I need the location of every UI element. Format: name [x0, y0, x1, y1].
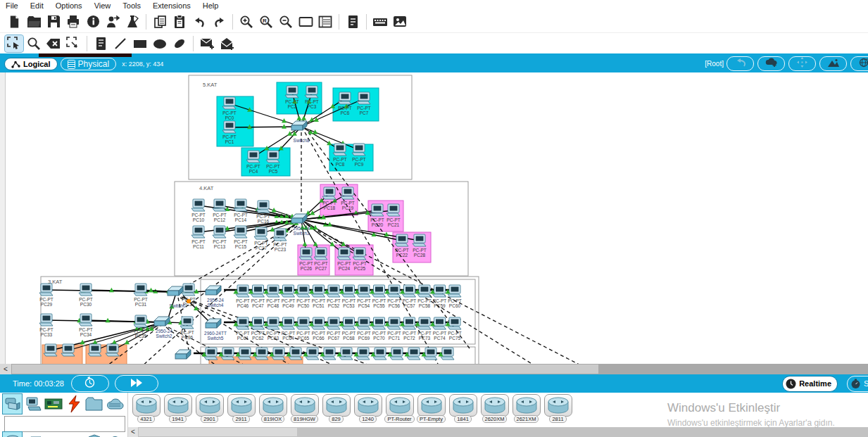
menu-file[interactable]: File: [6, 1, 18, 10]
save-file-button[interactable]: [44, 13, 63, 30]
device-PC74[interactable]: PC-PTPC74: [433, 317, 447, 341]
palette-scroll-left[interactable]: <: [128, 427, 138, 437]
undo-button[interactable]: [190, 13, 208, 30]
device-pc[interactable]: [255, 348, 268, 360]
device-PC19[interactable]: PC-PTPC19: [341, 187, 355, 210]
rectangle-tool-button[interactable]: [131, 35, 149, 52]
palette-device-819HGW[interactable]: 819HGW: [291, 394, 318, 423]
user-profile-button[interactable]: [103, 13, 122, 30]
device-PC53[interactable]: PC-PTPC53: [342, 285, 356, 308]
device-PC13[interactable]: PC-PTPC13: [213, 226, 227, 249]
device-PC70[interactable]: PC-PTPC70: [372, 317, 386, 341]
device-PC65[interactable]: PC-PTPC65: [296, 317, 310, 341]
palette-device-4321[interactable]: 4321: [132, 394, 160, 423]
resize-tool-button[interactable]: [64, 35, 82, 52]
subcategory-wireless[interactable]: [64, 432, 83, 437]
device-pc[interactable]: [106, 344, 119, 356]
device-pc[interactable]: [424, 348, 437, 360]
select-tool-button[interactable]: [5, 35, 23, 52]
viewport-button[interactable]: [850, 56, 868, 71]
category-end-devices[interactable]: [23, 394, 42, 414]
palette-device-1240[interactable]: 1240: [354, 394, 382, 423]
script-doc-button[interactable]: [344, 13, 362, 30]
menu-extensions[interactable]: Extensions: [153, 1, 191, 10]
device-PC59[interactable]: PC-PTPC59: [433, 285, 447, 308]
palette-device-2911[interactable]: 2911: [227, 394, 255, 423]
scroll-left-button[interactable]: <: [0, 364, 11, 374]
device-PC62[interactable]: PC-PTPC62: [251, 317, 265, 341]
device-PC68[interactable]: PC-PTPC68: [342, 317, 356, 341]
copy-button[interactable]: [151, 13, 169, 30]
freeform-tool-button[interactable]: [170, 35, 189, 52]
note-tool-button[interactable]: [92, 35, 110, 52]
inspect-tool-button[interactable]: [25, 35, 43, 52]
subcategory-switches[interactable]: [23, 432, 42, 437]
device-pc[interactable]: [272, 348, 285, 360]
vertical-scrollbar[interactable]: [0, 72, 6, 364]
topology-canvas[interactable]: 5.KAT4.KAT3.KATPC-PTPC0PC-PTPC1PC-PTPC2P…: [0, 72, 868, 364]
device-pc[interactable]: [88, 344, 101, 356]
device-pc[interactable]: [221, 348, 234, 360]
move-object-button[interactable]: [788, 56, 816, 71]
category-multiuser[interactable]: [105, 394, 124, 414]
line-tool-button[interactable]: [111, 35, 130, 52]
device-PC57[interactable]: PC-PTPC57: [403, 285, 417, 308]
palette-device-2621XM[interactable]: 2621XM: [512, 394, 540, 423]
fast-forward-button[interactable]: [115, 375, 158, 392]
device-PC10[interactable]: PC-PTPC10: [191, 199, 206, 222]
simulation-toggle[interactable]: Sim: [847, 376, 868, 392]
device-PC64[interactable]: PC-PTPC64: [282, 317, 296, 341]
device-PC46[interactable]: PC-PTPC46: [236, 285, 250, 308]
realtime-toggle[interactable]: Realtime: [782, 376, 838, 392]
category-connections[interactable]: [64, 394, 83, 414]
device-pc[interactable]: [373, 348, 386, 360]
device-pc[interactable]: [390, 348, 403, 360]
device-PC30[interactable]: PC-PTPC30: [79, 284, 93, 307]
device-pc[interactable]: [441, 348, 454, 360]
subcategory-security[interactable]: [84, 432, 103, 437]
palette-device-819IOX[interactable]: 819IOX: [259, 394, 287, 423]
horizontal-scrollbar[interactable]: <: [0, 364, 868, 374]
device-PC50[interactable]: PC-PTPC50: [296, 285, 310, 308]
device-pc[interactable]: [44, 344, 57, 356]
palette-device-2811[interactable]: 2811: [544, 394, 572, 423]
device-pc[interactable]: [204, 348, 218, 360]
device-pc[interactable]: [339, 348, 353, 360]
device-PC35[interactable]: PC-PTPC35: [134, 315, 148, 338]
device-PC67[interactable]: PC-PTPC67: [327, 317, 341, 341]
device-PC61[interactable]: PC-PTPC61: [236, 317, 250, 341]
device-PC29[interactable]: PC-PTPC29: [39, 284, 54, 307]
print-button[interactable]: [64, 13, 82, 30]
device-PC71[interactable]: PC-PTPC71: [387, 317, 401, 341]
custom-devices-button[interactable]: [316, 13, 334, 30]
menu-tools[interactable]: Tools: [122, 1, 141, 10]
device-PC34[interactable]: PC-PTPC34: [79, 314, 93, 337]
device-pc[interactable]: [306, 348, 319, 360]
device-PC52[interactable]: PC-PTPC52: [327, 285, 341, 308]
zoom-reset-button[interactable]: R: [257, 13, 275, 30]
category-components[interactable]: [44, 394, 63, 414]
set-background-button[interactable]: [819, 56, 847, 71]
device-PC11[interactable]: PC-PTPC11: [191, 226, 206, 249]
image-tool-button[interactable]: [391, 13, 409, 30]
device-PC66[interactable]: PC-PTPC66: [312, 317, 326, 341]
palette-device-PT-Router[interactable]: PT-Router: [386, 394, 413, 423]
complex-pdu-button[interactable]: [218, 35, 236, 52]
device-PC51[interactable]: PC-PTPC51: [312, 285, 326, 308]
device-PC18[interactable]: PC-PTPC18: [322, 187, 336, 210]
menu-edit[interactable]: Edit: [30, 1, 44, 10]
tab-physical[interactable]: Physical: [61, 58, 117, 70]
device-PC21[interactable]: PC-PTPC21: [386, 204, 401, 227]
device-PC69[interactable]: PC-PTPC69: [357, 317, 371, 341]
device-PC72[interactable]: PC-PTPC72: [403, 317, 417, 341]
device-PC47[interactable]: PC-PTPC47: [251, 285, 265, 308]
device-PC55[interactable]: PC-PTPC55: [372, 285, 386, 308]
keyboard-button[interactable]: [371, 13, 389, 30]
device-PC22[interactable]: PC-PTPC22: [395, 234, 409, 258]
palette-device-1841[interactable]: 1841: [449, 394, 477, 423]
paste-button[interactable]: [170, 13, 189, 30]
new-cluster-button[interactable]: [757, 56, 785, 71]
activity-wizard-button[interactable]: [123, 13, 141, 30]
device-PC56[interactable]: PC-PTPC56: [387, 285, 401, 308]
device-PC27[interactable]: PC-PTPC27: [314, 248, 328, 271]
